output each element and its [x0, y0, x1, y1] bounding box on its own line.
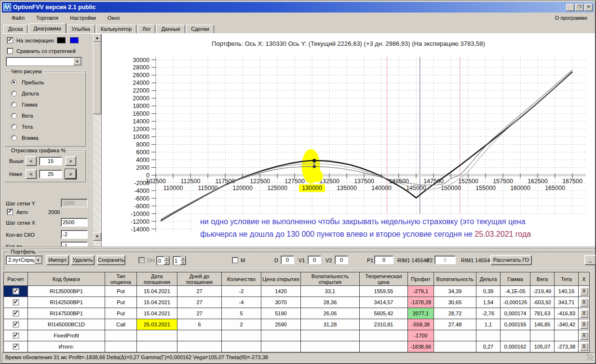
tab-Лог[interactable]: Лог	[137, 25, 155, 33]
delete-row-button[interactable]: X	[580, 321, 588, 329]
cell[interactable]: -2,76	[476, 308, 501, 319]
above-decrement-button[interactable]: <	[26, 156, 37, 166]
cell[interactable]: -4	[222, 297, 261, 308]
dh-checkbox[interactable]	[138, 257, 145, 263]
cell[interactable]	[301, 330, 360, 341]
cell[interactable]: 26,06	[301, 308, 360, 319]
cell[interactable]: 28,36	[301, 297, 360, 308]
cell[interactable]: 343,71	[555, 297, 579, 308]
cell[interactable]: -0,000126	[501, 297, 530, 308]
on-expiry-checkbox[interactable]	[7, 37, 13, 43]
spin-down-icon[interactable]: ▼	[180, 261, 186, 265]
cell[interactable]: 31,28	[301, 319, 360, 330]
cell[interactable]: 15.04.2021	[137, 308, 177, 319]
cell[interactable]: 2590	[261, 319, 301, 330]
cell[interactable]: 1,54	[476, 297, 501, 308]
cell[interactable]	[360, 330, 408, 341]
cell[interactable]: 0,000174	[501, 308, 530, 319]
spin-up-icon[interactable]: ▲	[164, 256, 169, 261]
column-header[interactable]: Гамма	[501, 272, 530, 286]
sko-count-field[interactable]: -2	[61, 230, 88, 239]
close-button[interactable]: ✕	[584, 4, 593, 11]
cell[interactable]	[501, 330, 530, 341]
below-increment-button[interactable]: >	[65, 169, 76, 179]
cell[interactable]: RI135000BP1	[28, 286, 105, 297]
dh-spinner-1[interactable]: 0 ▲▼	[156, 256, 170, 265]
column-header[interactable]: Дельта	[476, 272, 501, 286]
cell[interactable]: -416,83	[555, 308, 579, 319]
cell[interactable]: -273,38	[555, 341, 579, 352]
tab-Сделки[interactable]: Сделки	[186, 25, 214, 33]
above-percent-field[interactable]: 15	[39, 157, 62, 165]
cell[interactable]: 5605,42	[360, 308, 408, 319]
cell[interactable]	[301, 341, 360, 352]
column-header[interactable]: Волатильность	[434, 272, 476, 286]
cell[interactable]	[137, 330, 177, 341]
d-field[interactable]: 0	[281, 256, 294, 264]
cell[interactable]: 140,16	[555, 286, 579, 297]
column-header[interactable]: Профит	[408, 272, 434, 286]
menu-item-1[interactable]: Торговля	[30, 13, 64, 22]
collapse-button[interactable]: _	[584, 255, 596, 265]
cell[interactable]: -1838,66	[408, 341, 434, 352]
cell[interactable]: -219,49	[530, 286, 555, 297]
cell[interactable]: -279,1	[408, 286, 434, 297]
cell[interactable]: 30,65	[434, 297, 476, 308]
row-calc-checkbox[interactable]	[13, 322, 19, 328]
column-header[interactable]: X	[579, 272, 590, 286]
chevron-down-icon[interactable]: ▼	[34, 256, 42, 264]
scroll-up-icon[interactable]: ▲	[93, 34, 101, 42]
cell[interactable]	[261, 341, 301, 352]
row-calc-checkbox[interactable]	[13, 288, 19, 295]
column-header[interactable]: Дата погашения	[137, 272, 177, 286]
cell[interactable]: 27	[177, 286, 222, 297]
v2-field[interactable]: 0	[335, 256, 348, 264]
column-header[interactable]: Цена открытия	[261, 272, 301, 286]
cell[interactable]: -4,1E-05	[501, 286, 530, 297]
spin-down-icon[interactable]: ▼	[164, 261, 169, 265]
scroll-down-icon[interactable]: ▼	[93, 232, 101, 241]
cell[interactable]	[555, 330, 579, 341]
auto-grid-checkbox[interactable]	[7, 209, 13, 215]
cell[interactable]: -603,92	[530, 297, 555, 308]
cell[interactable]: Put	[105, 297, 137, 308]
import-button[interactable]: Импорт	[46, 255, 69, 265]
cell[interactable]: 1,1	[476, 319, 501, 330]
minimize-button[interactable]: _	[566, 4, 574, 11]
cell[interactable]	[261, 330, 301, 341]
p2-field[interactable]: 0	[434, 256, 456, 264]
below-percent-field[interactable]: 25	[39, 170, 62, 178]
scrollbar-thumb[interactable]	[93, 42, 101, 114]
tab-Калькулятор[interactable]: Калькулятор	[96, 25, 136, 33]
column-header[interactable]: Волатильность открытия	[301, 272, 360, 286]
menu-item-3[interactable]: Окно	[102, 13, 126, 22]
cell[interactable]: RI147500BP1	[28, 308, 105, 319]
cell[interactable]: RI142500BP1	[28, 297, 105, 308]
cell[interactable]	[530, 330, 555, 341]
menu-item-2[interactable]: Настройки	[64, 13, 102, 22]
cell[interactable]: Call	[105, 319, 137, 330]
column-header[interactable]: Тип опциона	[105, 272, 137, 286]
cell[interactable]: 3070	[261, 297, 301, 308]
cell[interactable]: 5	[222, 308, 261, 319]
delete-row-button[interactable]: X	[580, 343, 588, 351]
cell[interactable]	[105, 341, 137, 352]
cell[interactable]: 0,000155	[501, 319, 530, 330]
cell[interactable]	[434, 330, 476, 341]
row-calc-checkbox[interactable]	[13, 299, 19, 306]
tab-Улыбка[interactable]: Улыбка	[67, 25, 95, 33]
expiry-color-blue-swatch[interactable]	[70, 37, 79, 43]
cell[interactable]: 105,07	[530, 341, 555, 352]
row-calc-checkbox[interactable]	[13, 344, 19, 350]
cell[interactable]: Put	[105, 286, 137, 297]
cell[interactable]: 1420	[261, 286, 301, 297]
cell[interactable]: 27,48	[434, 319, 476, 330]
calc-go-button[interactable]: Рассчитать ГО	[490, 255, 532, 265]
above-increment-button[interactable]: >	[65, 156, 76, 166]
tab-Доска[interactable]: Доска	[3, 25, 27, 33]
cell[interactable]: 2	[222, 319, 261, 330]
below-decrement-button[interactable]: <	[26, 169, 37, 179]
cell[interactable]: 28,72	[434, 308, 476, 319]
cell[interactable]: 27	[177, 297, 222, 308]
radio-Вомма[interactable]	[11, 135, 17, 141]
